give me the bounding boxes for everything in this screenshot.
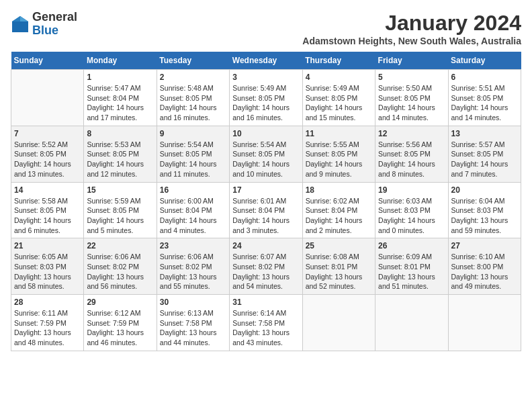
day-info: Sunrise: 5:53 AMSunset: 8:05 PMDaylight:… [87, 140, 153, 179]
header: General Blue January 2024 Adamstown Heig… [11, 11, 521, 46]
day-number: 18 [306, 185, 372, 195]
day-number: 1 [87, 73, 153, 82]
calendar-cell: 14Sunrise: 5:58 AMSunset: 8:05 PMDayligh… [11, 182, 84, 238]
day-number: 6 [451, 73, 518, 82]
day-info: Sunrise: 6:14 AMSunset: 7:58 PMDaylight:… [232, 308, 299, 348]
day-number: 10 [232, 129, 299, 138]
calendar-cell: 7Sunrise: 5:52 AMSunset: 8:05 PMDaylight… [11, 126, 84, 182]
calendar-week-row: 1Sunrise: 5:47 AMSunset: 8:04 PMDaylight… [11, 70, 521, 126]
title-area: January 2024 Adamstown Heights, New Sout… [302, 11, 521, 46]
day-number: 3 [232, 73, 299, 82]
day-number: 9 [160, 129, 226, 138]
calendar-cell: 24Sunrise: 6:07 AMSunset: 8:02 PMDayligh… [230, 238, 302, 295]
day-info: Sunrise: 6:06 AMSunset: 8:02 PMDaylight:… [160, 252, 226, 291]
day-info: Sunrise: 5:52 AMSunset: 8:05 PMDaylight:… [14, 140, 81, 179]
day-number: 11 [306, 129, 372, 138]
weekday-header: Thursday [302, 52, 375, 70]
day-number: 12 [378, 129, 445, 138]
day-number: 23 [160, 241, 226, 250]
day-number: 21 [14, 241, 81, 250]
day-number: 5 [378, 73, 445, 82]
weekday-header: Monday [84, 52, 157, 70]
calendar-cell: 5Sunrise: 5:50 AMSunset: 8:05 PMDaylight… [375, 70, 448, 126]
weekday-header: Friday [375, 52, 448, 70]
day-info: Sunrise: 5:51 AMSunset: 8:05 PMDaylight:… [451, 83, 518, 123]
calendar-cell: 15Sunrise: 5:59 AMSunset: 8:05 PMDayligh… [84, 182, 157, 238]
day-info: Sunrise: 5:49 AMSunset: 8:05 PMDaylight:… [232, 83, 299, 123]
logo-blue-text: Blue [32, 24, 58, 37]
calendar-cell: 6Sunrise: 5:51 AMSunset: 8:05 PMDaylight… [448, 70, 521, 126]
calendar-cell: 10Sunrise: 5:54 AMSunset: 8:05 PMDayligh… [230, 126, 302, 182]
calendar-cell: 4Sunrise: 5:49 AMSunset: 8:05 PMDaylight… [302, 70, 375, 126]
day-number: 24 [232, 241, 299, 250]
day-info: Sunrise: 6:04 AMSunset: 8:03 PMDaylight:… [451, 196, 518, 236]
calendar-cell [11, 70, 84, 126]
calendar-cell: 11Sunrise: 5:55 AMSunset: 8:05 PMDayligh… [302, 126, 375, 182]
month-title: January 2024 [302, 11, 521, 36]
day-info: Sunrise: 5:58 AMSunset: 8:05 PMDaylight:… [14, 196, 81, 236]
day-info: Sunrise: 5:47 AMSunset: 8:04 PMDaylight:… [87, 83, 153, 123]
calendar-cell: 28Sunrise: 6:11 AMSunset: 7:59 PMDayligh… [11, 295, 84, 351]
calendar-cell: 22Sunrise: 6:06 AMSunset: 8:02 PMDayligh… [84, 238, 157, 295]
calendar-week-row: 7Sunrise: 5:52 AMSunset: 8:05 PMDaylight… [11, 126, 521, 182]
day-number: 26 [378, 241, 445, 250]
day-info: Sunrise: 5:50 AMSunset: 8:05 PMDaylight:… [378, 83, 445, 123]
weekday-header: Tuesday [157, 52, 229, 70]
day-info: Sunrise: 6:09 AMSunset: 8:01 PMDaylight:… [378, 252, 445, 291]
calendar-table: SundayMondayTuesdayWednesdayThursdayFrid… [11, 52, 521, 351]
calendar-cell: 25Sunrise: 6:08 AMSunset: 8:01 PMDayligh… [302, 238, 375, 295]
day-info: Sunrise: 6:03 AMSunset: 8:03 PMDaylight:… [378, 196, 445, 236]
calendar-cell: 20Sunrise: 6:04 AMSunset: 8:03 PMDayligh… [448, 182, 521, 238]
calendar-cell: 27Sunrise: 6:10 AMSunset: 8:00 PMDayligh… [448, 238, 521, 295]
day-number: 19 [378, 185, 445, 195]
day-number: 14 [14, 185, 81, 195]
day-number: 29 [87, 298, 153, 307]
logo: General Blue [11, 11, 77, 38]
day-info: Sunrise: 5:54 AMSunset: 8:05 PMDaylight:… [232, 140, 299, 179]
day-number: 8 [87, 129, 153, 138]
day-info: Sunrise: 5:56 AMSunset: 8:05 PMDaylight:… [378, 140, 445, 179]
calendar-cell: 31Sunrise: 6:14 AMSunset: 7:58 PMDayligh… [230, 295, 302, 351]
calendar-cell: 29Sunrise: 6:12 AMSunset: 7:59 PMDayligh… [84, 295, 157, 351]
day-info: Sunrise: 6:00 AMSunset: 8:04 PMDaylight:… [160, 196, 226, 236]
day-number: 2 [160, 73, 226, 82]
calendar-cell: 26Sunrise: 6:09 AMSunset: 8:01 PMDayligh… [375, 238, 448, 295]
day-info: Sunrise: 6:06 AMSunset: 8:02 PMDaylight:… [87, 252, 153, 291]
day-number: 30 [160, 298, 226, 307]
day-info: Sunrise: 5:59 AMSunset: 8:05 PMDaylight:… [87, 196, 153, 236]
day-info: Sunrise: 6:13 AMSunset: 7:58 PMDaylight:… [160, 308, 226, 348]
calendar-cell: 12Sunrise: 5:56 AMSunset: 8:05 PMDayligh… [375, 126, 448, 182]
day-number: 31 [232, 298, 299, 307]
day-info: Sunrise: 6:11 AMSunset: 7:59 PMDaylight:… [14, 308, 81, 348]
calendar-cell: 16Sunrise: 6:00 AMSunset: 8:04 PMDayligh… [157, 182, 229, 238]
day-number: 4 [306, 73, 372, 82]
day-number: 15 [87, 185, 153, 195]
calendar-header-row: SundayMondayTuesdayWednesdayThursdayFrid… [11, 52, 521, 70]
day-info: Sunrise: 6:05 AMSunset: 8:03 PMDaylight:… [14, 252, 81, 291]
calendar-cell: 9Sunrise: 5:54 AMSunset: 8:05 PMDaylight… [157, 126, 229, 182]
weekday-header: Saturday [448, 52, 521, 70]
calendar-cell [375, 295, 448, 351]
calendar-cell [448, 295, 521, 351]
calendar-cell [302, 295, 375, 351]
day-number: 25 [306, 241, 372, 250]
logo-text: General Blue [32, 11, 77, 38]
calendar-cell: 21Sunrise: 6:05 AMSunset: 8:03 PMDayligh… [11, 238, 84, 295]
calendar-week-row: 21Sunrise: 6:05 AMSunset: 8:03 PMDayligh… [11, 238, 521, 295]
day-info: Sunrise: 6:01 AMSunset: 8:04 PMDaylight:… [232, 196, 299, 236]
calendar-cell: 13Sunrise: 5:57 AMSunset: 8:05 PMDayligh… [448, 126, 521, 182]
calendar-week-row: 28Sunrise: 6:11 AMSunset: 7:59 PMDayligh… [11, 295, 521, 351]
day-info: Sunrise: 6:07 AMSunset: 8:02 PMDaylight:… [232, 252, 299, 291]
day-number: 13 [451, 129, 518, 138]
calendar-cell: 30Sunrise: 6:13 AMSunset: 7:58 PMDayligh… [157, 295, 229, 351]
day-number: 7 [14, 129, 81, 138]
day-number: 16 [160, 185, 226, 195]
day-number: 27 [451, 241, 518, 250]
day-info: Sunrise: 6:10 AMSunset: 8:00 PMDaylight:… [451, 252, 518, 291]
day-info: Sunrise: 6:08 AMSunset: 8:01 PMDaylight:… [306, 252, 372, 291]
calendar-cell: 23Sunrise: 6:06 AMSunset: 8:02 PMDayligh… [157, 238, 229, 295]
calendar-cell: 8Sunrise: 5:53 AMSunset: 8:05 PMDaylight… [84, 126, 157, 182]
svg-marker-1 [20, 16, 28, 21]
day-info: Sunrise: 5:55 AMSunset: 8:05 PMDaylight:… [306, 140, 372, 179]
subtitle: Adamstown Heights, New South Wales, Aust… [302, 36, 521, 46]
